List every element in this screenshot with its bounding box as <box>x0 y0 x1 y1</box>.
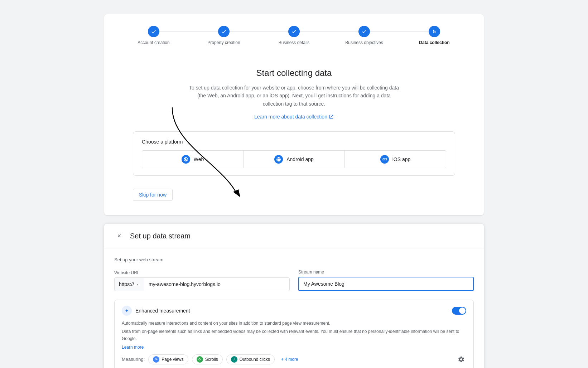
step-5-label: Data collection <box>419 40 449 45</box>
url-domain-input[interactable] <box>144 278 289 291</box>
platform-section-label: Choose a platform <box>142 139 446 145</box>
stream-name-form-group: Stream name <box>298 270 474 291</box>
enhanced-header: ✦ Enhanced measurement ✓ <box>122 306 466 316</box>
enhanced-toggle[interactable]: ✓ <box>452 307 466 315</box>
dialog-subtitle: Set up your web stream <box>114 257 474 262</box>
enhanced-title: Enhanced measurement <box>135 308 190 314</box>
platform-section: Choose a platform Web Android app <box>133 131 455 176</box>
page-views-icon: 👁 <box>153 356 159 363</box>
step-1-label: Account creation <box>138 40 169 45</box>
enhanced-measurement-section: ✦ Enhanced measurement ✓ Automatically m… <box>114 300 474 368</box>
step-2-circle <box>218 26 230 37</box>
step-4-circle <box>358 26 370 37</box>
step-2-label: Property creation <box>207 40 240 45</box>
step-5-circle: 5 <box>429 26 440 37</box>
enhanced-description: Automatically measure interactions and c… <box>122 320 466 327</box>
step-4-label: Business objectives <box>345 40 383 45</box>
step-business-objectives: Business objectives <box>329 26 399 45</box>
step-3-circle <box>288 26 300 37</box>
stepper: Account creation Property creation Busin… <box>119 26 469 45</box>
enhanced-icon: ✦ <box>122 306 132 316</box>
web-icon <box>182 155 190 164</box>
form-row: Website URL https:// Stream name <box>114 270 474 291</box>
enhanced-settings-button[interactable] <box>456 354 466 364</box>
url-protocol-selector[interactable]: https:// <box>115 278 144 291</box>
step-property-creation: Property creation <box>189 26 259 45</box>
main-content: Start collecting data To set up data col… <box>119 57 469 215</box>
measuring-label: Measuring: <box>122 357 145 362</box>
more-chips-label[interactable]: + 4 more <box>278 355 301 363</box>
page-views-chip: 👁 Page views <box>148 354 188 364</box>
measuring-row: Measuring: 👁 Page views ⟳ Scrolls ↗ Outb… <box>122 354 466 364</box>
page-description: To set up data collection for your websi… <box>187 84 401 108</box>
enhanced-description2: Data from on-page elements such as links… <box>122 328 466 342</box>
url-form-group: Website URL https:// <box>114 270 290 291</box>
step-3-label: Business details <box>279 40 310 45</box>
platform-options: Web Android app iOS iOS app <box>142 150 446 168</box>
platform-android-button[interactable]: Android app <box>244 151 345 168</box>
outbound-clicks-chip: ↗ Outbound clicks <box>226 354 275 364</box>
scrolls-chip: ⟳ Scrolls <box>192 354 223 364</box>
android-icon <box>274 155 283 164</box>
step-1-circle <box>148 26 159 37</box>
dialog-area: × Set up data stream Set up your web str… <box>104 215 484 368</box>
dialog-title: Set up data stream <box>130 232 191 240</box>
step-data-collection: 5 Data collection <box>399 26 469 45</box>
stream-name-label: Stream name <box>298 270 474 275</box>
learn-more-link[interactable]: Learn more about data collection <box>254 114 334 120</box>
dialog-close-button[interactable]: × <box>114 231 124 241</box>
scrolls-icon: ⟳ <box>197 356 203 363</box>
page-title: Start collecting data <box>133 68 455 78</box>
url-label: Website URL <box>114 270 290 275</box>
step-business-details: Business details <box>259 26 329 45</box>
stream-name-input[interactable] <box>298 277 474 291</box>
platform-web-button[interactable]: Web <box>142 151 244 168</box>
stepper-card: Account creation Property creation Busin… <box>104 14 484 215</box>
dialog-body: Set up your web stream Website URL https… <box>104 248 484 368</box>
skip-for-now-button[interactable]: Skip for now <box>133 189 173 201</box>
outbound-clicks-icon: ↗ <box>231 356 237 363</box>
step-account-creation: Account creation <box>119 26 189 45</box>
data-stream-dialog: × Set up data stream Set up your web str… <box>104 224 484 368</box>
dialog-header: × Set up data stream <box>104 224 484 248</box>
page-wrapper: Account creation Property creation Busin… <box>104 14 484 368</box>
url-input-row: https:// <box>114 277 290 291</box>
ios-icon: iOS <box>380 155 389 164</box>
enhanced-learn-more-link[interactable]: Learn more <box>122 345 144 350</box>
platform-ios-button[interactable]: iOS iOS app <box>345 151 446 168</box>
